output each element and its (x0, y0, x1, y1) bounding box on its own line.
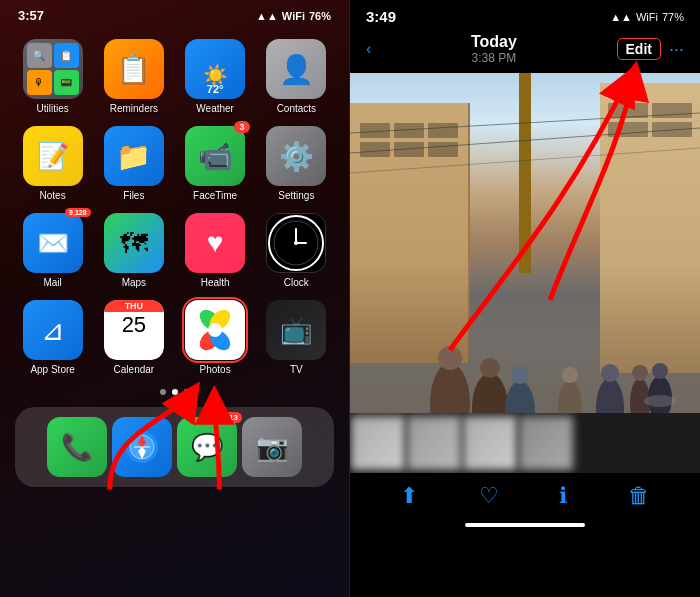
nav-actions: Edit ··· (617, 38, 684, 60)
dot-1 (160, 389, 166, 395)
app-grid: 🔍 📋 🎙 📟 Utilities 📋 Reminders ☀️ 72° (0, 29, 349, 385)
reminders-icon: 📋 (104, 39, 164, 99)
dock: 📞 💬 213 📷 (15, 407, 334, 487)
app-settings[interactable]: ⚙️ Settings (262, 126, 331, 201)
right-phone: 3:49 ▲▲ WiFi 77% ‹ Today 3:38 PM Edit ··… (350, 0, 700, 597)
calendar-month: THU (104, 300, 164, 312)
mail-badge: 9,128 (65, 208, 91, 217)
maps-label: Maps (122, 277, 146, 288)
strip-item-1 (351, 416, 405, 470)
share-button[interactable]: ⬆ (400, 483, 418, 509)
health-icon: ♥ (185, 213, 245, 273)
reminders-label: Reminders (110, 103, 158, 114)
app-tv[interactable]: 📺 TV (262, 300, 331, 375)
mail-icon: ✉️ 9,128 (23, 213, 83, 273)
health-label: Health (201, 277, 230, 288)
svg-point-3 (294, 241, 298, 245)
app-appstore[interactable]: ⊿ App Store (18, 300, 87, 375)
contacts-icon: 👤 (266, 39, 326, 99)
clock-label: Clock (284, 277, 309, 288)
utilities-icon: 🔍 📋 🎙 📟 (23, 39, 83, 99)
app-reminders[interactable]: 📋 Reminders (99, 39, 168, 114)
status-bar-left: 3:57 ▲▲ WiFi 76% (0, 0, 349, 27)
photos-icon-svg (189, 304, 241, 356)
app-utilities[interactable]: 🔍 📋 🎙 📟 Utilities (18, 39, 87, 114)
app-photos[interactable]: Photos (181, 300, 250, 375)
notes-icon: 📝 (23, 126, 83, 186)
settings-icon: ⚙️ (266, 126, 326, 186)
strip-item-3 (463, 416, 517, 470)
weather-icon: ☀️ 72° (185, 39, 245, 99)
nav-subtitle: 3:38 PM (471, 51, 517, 65)
files-label: Files (123, 190, 144, 201)
dot-3 (184, 389, 190, 395)
time-left: 3:57 (18, 8, 44, 23)
nav-header: ‹ Today 3:38 PM Edit ··· (350, 29, 700, 73)
app-facetime[interactable]: 📹 3 FaceTime (181, 126, 250, 201)
calendar-label: Calendar (114, 364, 155, 375)
dock-safari[interactable] (112, 417, 172, 477)
tv-icon: 📺 (266, 300, 326, 360)
app-maps[interactable]: 🗺 Maps (99, 213, 168, 288)
app-files[interactable]: 📁 Files (99, 126, 168, 201)
app-health[interactable]: ♥ Health (181, 213, 250, 288)
photos-label: Photos (200, 364, 231, 375)
calendar-day-number: 25 (122, 314, 146, 336)
files-icon: 📁 (104, 126, 164, 186)
maps-icon: 🗺 (104, 213, 164, 273)
notes-label: Notes (40, 190, 66, 201)
status-bar-right: 3:49 ▲▲ WiFi 77% (350, 0, 700, 29)
clock-face-svg (272, 219, 320, 267)
weather-label: Weather (196, 103, 234, 114)
photos-icon (185, 300, 245, 360)
bottom-toolbar: ⬆ ♡ ℹ 🗑 (350, 473, 700, 519)
app-calendar[interactable]: THU 25 Calendar (99, 300, 168, 375)
dock-messages[interactable]: 💬 213 (177, 417, 237, 477)
strip-item-2 (407, 416, 461, 470)
app-weather[interactable]: ☀️ 72° Weather (181, 39, 250, 114)
edit-button[interactable]: Edit (617, 38, 661, 60)
facetime-icon: 📹 3 (185, 126, 245, 186)
info-button[interactable]: ℹ (559, 483, 567, 509)
app-mail[interactable]: ✉️ 9,128 Mail (18, 213, 87, 288)
messages-badge: 213 (221, 412, 242, 423)
signal-icon: ▲▲ (256, 10, 278, 22)
mail-label: Mail (43, 277, 61, 288)
facetime-badge: 3 (234, 121, 250, 133)
back-button[interactable]: ‹ (366, 40, 371, 58)
battery-left: 76% (309, 10, 331, 22)
utilities-label: Utilities (37, 103, 69, 114)
dot-2 (172, 389, 178, 395)
page-dots (0, 385, 349, 399)
appstore-icon: ⊿ (23, 300, 83, 360)
facetime-label: FaceTime (193, 190, 237, 201)
svg-line-31 (350, 113, 700, 133)
nav-title-text: Today (471, 33, 517, 51)
calendar-icon: THU 25 (104, 300, 164, 360)
status-icons-right: ▲▲ WiFi 77% (610, 11, 684, 23)
nav-title: Today 3:38 PM (471, 33, 517, 65)
dock-phone[interactable]: 📞 (47, 417, 107, 477)
main-photo (350, 73, 700, 413)
dock-camera[interactable]: 📷 (242, 417, 302, 477)
app-notes[interactable]: 📝 Notes (18, 126, 87, 201)
strip-item-4 (519, 416, 573, 470)
appstore-label: App Store (30, 364, 74, 375)
contacts-label: Contacts (277, 103, 316, 114)
svg-line-32 (350, 128, 700, 153)
trash-button[interactable]: 🗑 (628, 483, 650, 509)
left-phone: 3:57 ▲▲ WiFi 76% 🔍 📋 🎙 📟 Utilities (0, 0, 350, 597)
svg-point-8 (208, 323, 222, 337)
more-button[interactable]: ··· (669, 39, 684, 60)
svg-line-33 (350, 148, 700, 173)
app-clock[interactable]: Clock (262, 213, 331, 288)
settings-label: Settings (278, 190, 314, 201)
tv-label: TV (290, 364, 303, 375)
wires-svg (350, 73, 700, 413)
status-icons-left: ▲▲ WiFi 76% (256, 10, 331, 22)
app-contacts[interactable]: 👤 Contacts (262, 39, 331, 114)
wifi-icon: WiFi (282, 10, 305, 22)
heart-button[interactable]: ♡ (479, 483, 499, 509)
clock-icon (266, 213, 326, 273)
time-right: 3:49 (366, 8, 396, 25)
